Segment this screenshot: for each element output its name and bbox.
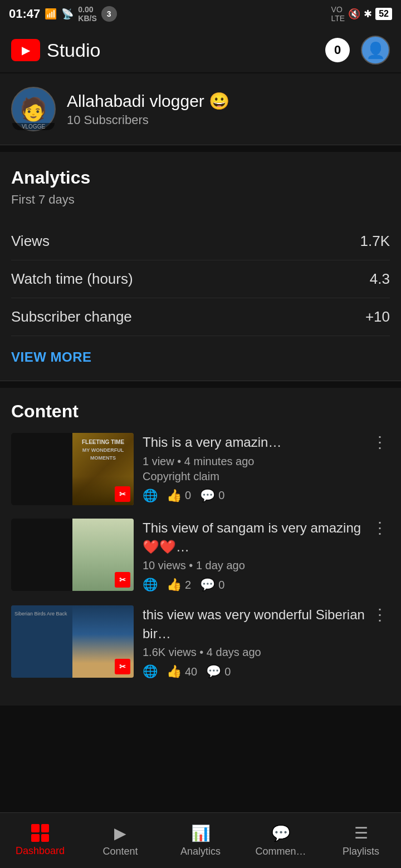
subscriber-label: Subscriber change	[11, 308, 132, 326]
globe-icon-2: 🌐	[143, 578, 158, 592]
comments-count-3: 0	[224, 665, 231, 678]
video-info-3: this view was very wonderful Siberian bi…	[143, 605, 390, 679]
video-title-3: this view was very wonderful Siberian bi…	[143, 605, 370, 643]
video-title-2: This view of sangam is very amazing ❤️❤️…	[143, 519, 370, 556]
nav-playlists[interactable]: ☰ Playlists	[321, 824, 401, 857]
nav-dashboard-label: Dashboard	[16, 845, 65, 857]
shorts-badge-3: ✂	[115, 659, 130, 674]
content-section: Content FLEETING TIMEMY WONDERFUL MOMENT…	[0, 388, 401, 706]
sim-badge: 3	[101, 6, 117, 22]
channel-details: Allahabadi vlogger 😀 10 Subscribers	[67, 91, 229, 127]
likes-stat-1: 👍 0	[167, 489, 191, 503]
video-thumbnail-1[interactable]: FLEETING TIMEMY WONDERFUL MOMENTS ✂	[11, 433, 134, 505]
wifi-icon: 📡	[61, 8, 74, 20]
nav-dashboard[interactable]: Dashboard	[0, 824, 80, 857]
video-thumbnail-3[interactable]: Siberian Birds Are Back ✂	[11, 605, 134, 678]
nav-content[interactable]: ▶ Content	[80, 824, 160, 857]
nav-comments-label: Commen…	[255, 846, 306, 857]
video-item-2: imshoi ✂ This view of sangam is very ama…	[11, 519, 390, 592]
nav-playlists-label: Playlists	[343, 846, 379, 857]
nav-analytics[interactable]: 📊 Analytics	[160, 824, 241, 857]
channel-info-section: 🧑 VLOGGE Allahabadi vlogger 😀 10 Subscri…	[0, 73, 401, 145]
volte-icon: VOLTE	[331, 5, 345, 23]
video-meta-1: 1 view • 4 minutes ago	[143, 455, 390, 468]
analytics-period: First 7 days	[11, 193, 390, 207]
nav-content-label: Content	[102, 846, 138, 857]
playlists-icon: ☰	[354, 824, 368, 842]
video-header-2: This view of sangam is very amazing ❤️❤️…	[143, 519, 390, 556]
user-avatar[interactable]: 👤	[361, 36, 390, 65]
video-info-2: This view of sangam is very amazing ❤️❤️…	[143, 519, 390, 592]
watchtime-value: 4.3	[370, 270, 390, 288]
status-right: VOLTE 🔇 ✱ 52	[331, 5, 392, 23]
likes-count-3: 40	[185, 665, 197, 678]
shorts-badge-1: ✂	[115, 486, 130, 502]
comments-icon: 💬	[271, 824, 291, 842]
analytics-row-watchtime: Watch time (hours) 4.3	[11, 260, 390, 298]
likes-count-1: 0	[185, 489, 191, 502]
header-actions: 0 👤	[325, 36, 390, 65]
likes-count-2: 2	[185, 579, 191, 591]
analytics-row-views: Views 1.7K	[11, 223, 390, 260]
views-value: 1.7K	[360, 233, 390, 250]
like-icon-2: 👍	[167, 578, 182, 592]
comments-stat-1: 💬 0	[200, 489, 224, 503]
globe-icon-3: 🌐	[143, 664, 158, 679]
app-header: Studio 0 👤	[0, 28, 401, 72]
video-item-3: Siberian Birds Are Back ✂ this view was …	[11, 605, 390, 679]
divider-1	[0, 145, 401, 145]
bluetooth-icon: ✱	[364, 8, 372, 20]
app-title: Studio	[47, 40, 100, 61]
status-bar: 01:47 📶 📡 0.00KB/S 3 VOLTE 🔇 ✱ 52	[0, 0, 401, 28]
time-display: 01:47	[9, 7, 40, 21]
video-stats-3: 🌐 👍 40 💬 0	[143, 664, 390, 679]
video-more-button-2[interactable]: ⋮	[370, 519, 390, 537]
video-more-button-1[interactable]: ⋮	[370, 433, 390, 451]
content-title: Content	[11, 401, 390, 422]
analytics-title: Analytics	[11, 167, 390, 188]
battery-indicator: 52	[375, 8, 392, 20]
video-more-button-3[interactable]: ⋮	[370, 605, 390, 624]
subscriber-value: +10	[365, 308, 390, 326]
like-icon-1: 👍	[167, 489, 182, 503]
video-item-1: FLEETING TIMEMY WONDERFUL MOMENTS ✂ This…	[11, 433, 390, 505]
analytics-icon: 📊	[191, 824, 211, 842]
dashboard-icon	[31, 824, 49, 842]
likes-stat-2: 👍 2	[167, 578, 191, 592]
video-stats-2: 🌐 👍 2 💬 0	[143, 578, 390, 592]
analytics-row-subscribers: Subscriber change +10	[11, 298, 390, 336]
public-icon-3: 🌐	[143, 664, 158, 679]
channel-avatar-label: VLOGGE	[12, 123, 55, 130]
data-speed: 0.00KB/S	[78, 5, 96, 23]
view-more-button[interactable]: VIEW MORE	[11, 349, 92, 365]
video-title-1: This is a very amazin…	[143, 433, 370, 452]
notification-button[interactable]: 0	[325, 38, 350, 62]
video-meta-3: 1.6K views • 4 days ago	[143, 646, 390, 659]
video-status-1: Copyright claim	[143, 470, 390, 483]
video-thumbnail-2[interactable]: imshoi ✂	[11, 519, 134, 591]
video-info-1: This is a very amazin… ⋮ 1 view • 4 minu…	[143, 433, 390, 503]
nav-comments[interactable]: 💬 Commen…	[241, 824, 321, 857]
status-time: 01:47 📶 📡 0.00KB/S 3	[9, 5, 117, 23]
like-icon-3: 👍	[167, 664, 182, 679]
channel-avatar[interactable]: 🧑 VLOGGE	[11, 87, 56, 131]
signal-icon: 📶	[45, 8, 57, 20]
public-icon-1: 🌐	[143, 489, 158, 503]
thumb-left-1	[11, 433, 72, 505]
mute-icon: 🔇	[348, 8, 360, 20]
video-header-1: This is a very amazin… ⋮	[143, 433, 390, 452]
channel-avatar-image: 🧑	[19, 96, 47, 122]
public-icon-2: 🌐	[143, 578, 158, 592]
bottom-navigation: Dashboard ▶ Content 📊 Analytics 💬 Commen…	[0, 812, 401, 868]
youtube-logo	[11, 39, 40, 61]
comments-count-1: 0	[218, 489, 224, 502]
comments-stat-2: 💬 0	[200, 578, 224, 592]
video-meta-2: 10 views • 1 day ago	[143, 559, 390, 572]
divider-2	[0, 381, 401, 381]
comment-icon-1: 💬	[200, 489, 215, 503]
comment-icon-2: 💬	[200, 578, 215, 592]
analytics-section: Analytics First 7 days Views 1.7K Watch …	[0, 152, 401, 381]
globe-icon-1: 🌐	[143, 489, 158, 503]
shorts-badge-2: ✂	[115, 572, 130, 588]
likes-stat-3: 👍 40	[167, 664, 197, 679]
